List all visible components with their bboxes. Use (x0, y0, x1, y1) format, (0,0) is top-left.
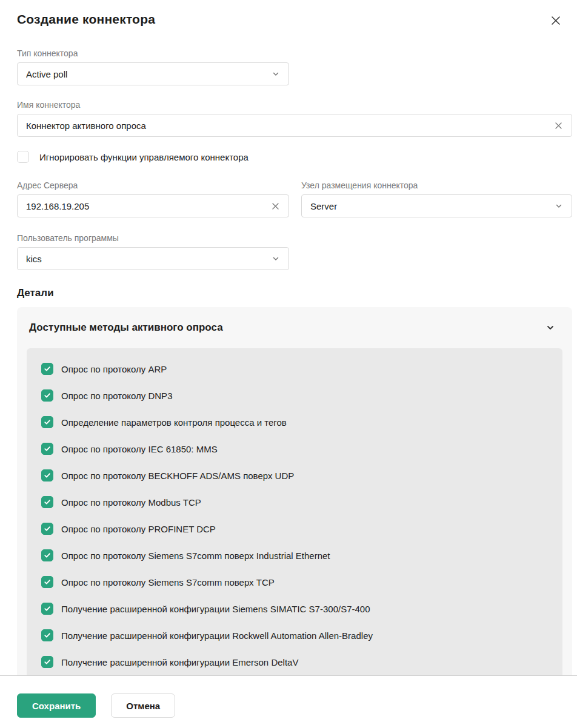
chevron-down-icon[interactable] (553, 200, 564, 211)
method-label: Опрос по протоколу PROFINET DCP (61, 524, 216, 534)
server-address-group: Адрес Сервера (17, 180, 289, 217)
chevron-down-icon[interactable] (270, 253, 281, 264)
method-label: Опрос по протоколу Siemens S7comm поверх… (61, 577, 275, 587)
checkbox-checked-icon[interactable] (41, 549, 53, 561)
method-label: Опрос по протоколу Modbus TCP (61, 497, 201, 508)
method-row[interactable]: Получение расширенной конфигурации Sieme… (27, 595, 562, 622)
method-row[interactable]: Определение параметров контроля процесса… (27, 409, 562, 435)
method-row[interactable]: Опрос по протоколу DNP3 (27, 382, 562, 409)
checkbox-checked-icon[interactable] (41, 443, 53, 455)
checkbox-checked-icon[interactable] (41, 603, 53, 615)
method-row[interactable]: Опрос по протоколу ARP (27, 356, 562, 382)
method-label: Получение расширенной конфигурации Emers… (61, 657, 298, 667)
checkbox-checked-icon[interactable] (41, 656, 53, 668)
server-address-field (17, 194, 289, 217)
checkbox-checked-icon[interactable] (41, 416, 53, 428)
connector-node-label: Узел размещения коннектора (301, 180, 572, 190)
method-row[interactable]: Опрос по протоколу PROFINET DCP (27, 515, 562, 542)
method-label: Опрос по протоколу BECKHOFF ADS/AMS пове… (61, 471, 294, 481)
connector-type-label: Тип коннектора (17, 48, 289, 58)
dialog-body: Создание коннектора Тип коннектора Activ… (0, 0, 577, 676)
connector-name-input[interactable] (26, 114, 553, 136)
method-row[interactable]: Опрос по протоколу Siemens S7comm поверх… (27, 542, 562, 569)
details-heading: Детали (17, 287, 572, 299)
details-panel: Доступные методы активного опроса Опрос … (17, 307, 572, 676)
method-label: Опрос по протоколу IEC 61850: MMS (61, 444, 218, 454)
method-row[interactable]: Опрос по протоколу Siemens S7comm поверх… (27, 569, 562, 595)
save-button[interactable]: Сохранить (17, 693, 96, 718)
connector-type-value: Active poll (26, 69, 270, 79)
cancel-button[interactable]: Отмена (111, 693, 175, 718)
checkbox-checked-icon[interactable] (41, 629, 53, 641)
method-label: Определение параметров контроля процесса… (61, 417, 287, 428)
connector-node-group: Узел размещения коннектора Server (301, 180, 572, 217)
app-user-label: Пользователь программы (17, 233, 289, 243)
connector-type-select[interactable]: Active poll (17, 62, 289, 85)
app-user-group: Пользователь программы kics (17, 233, 289, 270)
clear-icon[interactable] (553, 120, 564, 131)
connector-type-group: Тип коннектора Active poll (17, 48, 289, 85)
server-address-input[interactable] (26, 195, 270, 217)
method-label: Получение расширенной конфигурации Sieme… (61, 604, 370, 614)
method-label: Получение расширенной конфигурации Rockw… (61, 630, 373, 641)
app-user-value: kics (26, 254, 270, 264)
method-row[interactable]: Получение расширенной конфигурации Rockw… (27, 622, 562, 649)
collapse-chevron-icon[interactable] (544, 322, 556, 334)
methods-panel-title: Доступные методы активного опроса (29, 322, 223, 334)
method-row[interactable]: Опрос по протоколу BECKHOFF ADS/AMS пове… (27, 462, 562, 489)
checkbox-checked-icon[interactable] (41, 496, 53, 508)
chevron-down-icon[interactable] (270, 68, 281, 79)
method-row[interactable]: Опрос по протоколу IEC 61850: MMS (27, 435, 562, 462)
connector-name-group: Имя коннектора (17, 100, 572, 137)
dialog-header: Создание коннектора (17, 12, 572, 28)
method-label: Опрос по протоколу ARP (61, 364, 167, 374)
page-title: Создание коннектора (17, 12, 155, 27)
ignore-managed-functions-row[interactable]: Игнорировать функции управляемого коннек… (17, 151, 572, 163)
methods-panel-header[interactable]: Доступные методы активного опроса (17, 307, 572, 348)
address-node-row: Адрес Сервера Узел размещения коннектора… (17, 180, 572, 217)
ignore-managed-functions-label: Игнорировать функции управляемого коннек… (39, 152, 248, 162)
checkbox-checked-icon[interactable] (41, 576, 53, 588)
checkbox-checked-icon[interactable] (41, 523, 53, 535)
clear-icon[interactable] (270, 200, 281, 212)
connector-name-field (17, 114, 572, 137)
connector-node-value: Server (310, 201, 553, 211)
dialog-footer: Сохранить Отмена (0, 676, 577, 728)
method-row[interactable]: Опрос по протоколу Modbus TCP (27, 489, 562, 515)
checkbox-checked-icon[interactable] (41, 469, 53, 481)
connector-name-label: Имя коннектора (17, 100, 572, 110)
methods-list: Опрос по протоколу ARP Опрос по протокол… (27, 348, 562, 676)
connector-node-select[interactable]: Server (301, 194, 572, 217)
method-label: Опрос по протоколу DNP3 (61, 391, 172, 401)
method-row[interactable]: Получение расширенной конфигурации Emers… (27, 649, 562, 675)
checkbox-checked-icon[interactable] (41, 389, 53, 402)
app-user-select[interactable]: kics (17, 247, 289, 270)
create-connector-dialog: Создание коннектора Тип коннектора Activ… (0, 0, 577, 728)
checkbox-unchecked-icon[interactable] (17, 151, 29, 163)
checkbox-checked-icon[interactable] (41, 363, 53, 375)
server-address-label: Адрес Сервера (17, 180, 289, 190)
close-icon (550, 15, 561, 26)
close-button[interactable] (548, 13, 564, 28)
method-label: Опрос по протоколу Siemens S7comm поверх… (61, 551, 330, 561)
